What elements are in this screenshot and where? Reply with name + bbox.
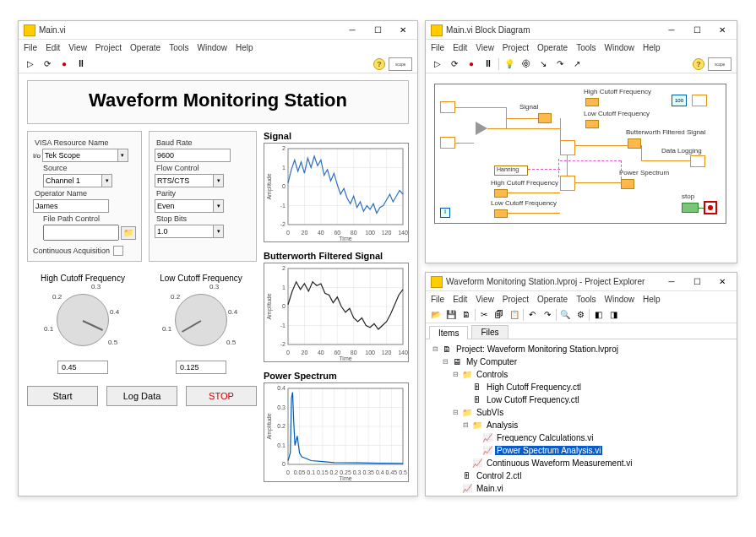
flow-input[interactable] xyxy=(155,174,214,187)
menu-window[interactable]: Window xyxy=(604,295,634,304)
menu-tools[interactable]: Tools xyxy=(169,43,188,52)
menu-tools[interactable]: Tools xyxy=(576,43,596,52)
run-button[interactable]: ▷ xyxy=(24,57,37,71)
undo-icon[interactable]: ↶ xyxy=(525,308,539,322)
tree-freqcalc[interactable]: Frequency Calculations.vi xyxy=(495,433,596,442)
menu-edit[interactable]: Edit xyxy=(453,43,467,52)
menu-tools[interactable]: Tools xyxy=(576,295,596,304)
step-into-icon[interactable]: ↘ xyxy=(536,57,550,71)
misc2-icon[interactable]: ◨ xyxy=(606,308,620,322)
constant-100[interactable]: 100 xyxy=(672,95,687,106)
abort-button[interactable]: ● xyxy=(57,57,71,71)
tree-mycomputer[interactable]: My Computer xyxy=(465,357,519,366)
cluster-terminal[interactable] xyxy=(440,137,455,149)
menu-operate[interactable]: Operate xyxy=(537,295,568,304)
menu-file[interactable]: File xyxy=(24,43,37,52)
twisty-icon[interactable]: ⊟ xyxy=(431,345,439,354)
menu-file[interactable]: File xyxy=(431,295,444,304)
scope-icon[interactable]: scope xyxy=(389,57,412,71)
retain-icon[interactable]: 🞋 xyxy=(519,57,533,71)
stop-button[interactable]: STOP xyxy=(186,386,257,406)
power-spectrum-indicator[interactable] xyxy=(621,179,634,189)
contacq-checkbox[interactable] xyxy=(113,246,123,256)
baud-input[interactable] xyxy=(155,149,231,162)
menu-operate[interactable]: Operate xyxy=(537,43,568,52)
tree-lcf-ctl[interactable]: Low Cutoff Frequency.ctl xyxy=(485,395,581,404)
stop-terminal[interactable] xyxy=(682,203,699,213)
open-icon[interactable]: 📂 xyxy=(429,308,443,322)
find-icon[interactable]: 🔍 xyxy=(558,308,572,322)
highlight-icon[interactable]: 💡 xyxy=(503,57,516,71)
tree-root[interactable]: Project: Waveform Monitoring Station.lvp… xyxy=(454,344,620,354)
close-icon[interactable]: ✕ xyxy=(713,275,732,289)
lcf-lower-terminal[interactable] xyxy=(494,209,508,218)
dropdown-icon[interactable]: ▾ xyxy=(214,225,224,238)
maximize-icon[interactable]: ☐ xyxy=(688,275,706,289)
logdata-button[interactable]: Log Data xyxy=(106,386,177,406)
spectrum-node[interactable] xyxy=(560,176,575,191)
tree-analysis[interactable]: Analysis xyxy=(485,420,519,430)
save-icon[interactable]: 💾 xyxy=(444,308,458,322)
close-icon[interactable]: ✕ xyxy=(713,24,732,37)
minimize-icon[interactable]: ─ xyxy=(662,275,681,289)
menu-project[interactable]: Project xyxy=(503,43,529,52)
run-continuous-button[interactable]: ⟳ xyxy=(448,57,461,71)
pause-button[interactable]: II xyxy=(481,57,495,71)
menu-edit[interactable]: Edit xyxy=(46,43,60,52)
run-continuous-button[interactable]: ⟳ xyxy=(41,57,54,71)
low-cutoff-knob[interactable]: 0.1 0.2 0.3 0.4 0.5 xyxy=(167,286,235,354)
folder-icon[interactable]: 📁 xyxy=(121,226,136,240)
abort-button[interactable]: ● xyxy=(465,57,478,71)
visa-terminal[interactable] xyxy=(440,101,455,113)
paste-icon[interactable]: 📋 xyxy=(508,308,521,322)
step-out-icon[interactable]: ↗ xyxy=(570,57,584,71)
redo-icon[interactable]: ↷ xyxy=(541,308,554,322)
copy-icon[interactable]: 🗐 xyxy=(492,308,506,322)
tree-subvis[interactable]: SubVIs xyxy=(475,408,505,417)
hcf-terminal[interactable] xyxy=(585,98,599,106)
saveall-icon[interactable]: 🗎 xyxy=(460,308,473,322)
bws-indicator[interactable] xyxy=(628,138,641,149)
source-input[interactable] xyxy=(43,174,102,187)
twisty-icon[interactable]: ⊟ xyxy=(451,409,460,417)
stopbits-input[interactable] xyxy=(155,225,214,238)
menu-help[interactable]: Help xyxy=(643,43,661,52)
menu-view[interactable]: View xyxy=(476,43,494,52)
menu-project[interactable]: Project xyxy=(503,295,529,304)
filter-node[interactable] xyxy=(560,140,575,155)
tab-items[interactable]: Items xyxy=(429,326,468,339)
menu-window[interactable]: Window xyxy=(197,43,227,52)
pause-button[interactable]: II xyxy=(74,57,88,71)
twisty-icon[interactable]: ⊟ xyxy=(451,371,460,379)
close-icon[interactable]: ✕ xyxy=(394,24,412,37)
menu-edit[interactable]: Edit xyxy=(453,295,467,304)
maximize-icon[interactable]: ☐ xyxy=(368,24,387,37)
twisty-icon[interactable]: ⊟ xyxy=(461,421,470,430)
parity-input[interactable] xyxy=(155,199,214,213)
step-over-icon[interactable]: ↷ xyxy=(553,57,567,71)
minimize-icon[interactable]: ─ xyxy=(343,24,362,37)
operator-input[interactable] xyxy=(33,199,109,213)
twisty-icon[interactable]: ⊟ xyxy=(441,358,449,366)
scope-icon[interactable]: scope xyxy=(708,57,732,71)
tree-psa[interactable]: Power Spectrum Analysis.vi xyxy=(495,446,602,455)
minimize-icon[interactable]: ─ xyxy=(662,24,681,37)
subvi-icon[interactable] xyxy=(476,122,487,135)
tree-controls[interactable]: Controls xyxy=(475,370,509,379)
start-button[interactable]: Start xyxy=(27,386,98,406)
lcf-terminal[interactable] xyxy=(585,120,599,128)
menu-window[interactable]: Window xyxy=(604,43,634,52)
tree-ctrl2[interactable]: Control 2.ctl xyxy=(475,471,523,480)
tab-files[interactable]: Files xyxy=(471,325,508,339)
loop-condition-icon[interactable] xyxy=(704,201,717,214)
help-icon[interactable]: ? xyxy=(373,58,385,70)
menu-operate[interactable]: Operate xyxy=(130,43,160,52)
dropdown-icon[interactable]: ▾ xyxy=(118,149,128,162)
signal-indicator[interactable] xyxy=(538,113,552,123)
dropdown-icon[interactable]: ▾ xyxy=(102,174,112,187)
low-cutoff-value[interactable] xyxy=(176,361,226,374)
menu-project[interactable]: Project xyxy=(95,43,122,52)
maximize-icon[interactable]: ☐ xyxy=(688,24,706,37)
high-cutoff-knob[interactable]: 0.1 0.2 0.3 0.4 0.5 xyxy=(49,286,117,354)
high-cutoff-value[interactable] xyxy=(57,361,108,374)
